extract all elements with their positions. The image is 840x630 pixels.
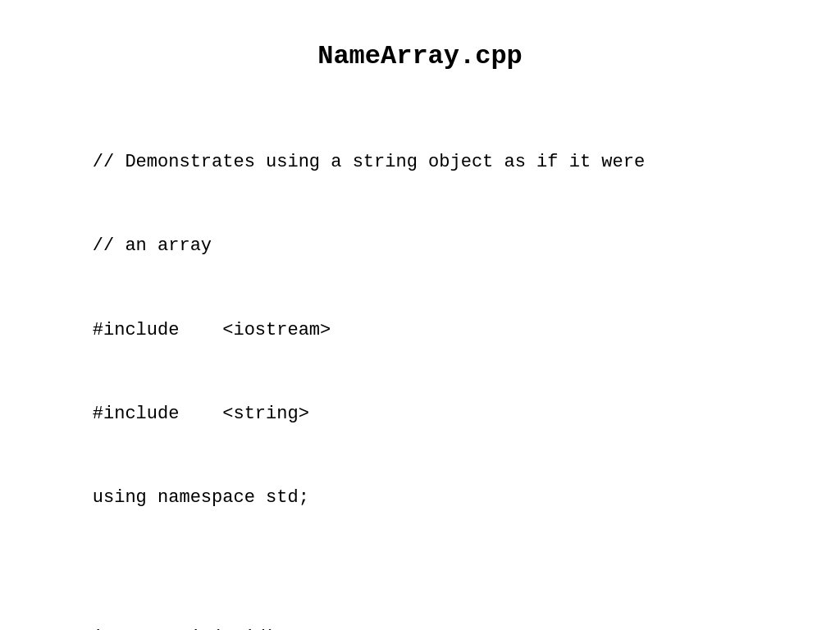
code-line-2: // an array bbox=[93, 235, 212, 256]
code-block: // Demonstrates using a string object as… bbox=[49, 121, 791, 630]
code-line-4: #include <string> bbox=[93, 404, 309, 424]
page: NameArray.cpp // Demonstrates using a st… bbox=[0, 0, 840, 630]
code-line-1: // Demonstrates using a string object as… bbox=[93, 152, 645, 172]
code-line-3: #include <iostream> bbox=[93, 320, 331, 340]
code-line-5: using namespace std; bbox=[93, 487, 309, 508]
page-title: NameArray.cpp bbox=[49, 41, 791, 71]
